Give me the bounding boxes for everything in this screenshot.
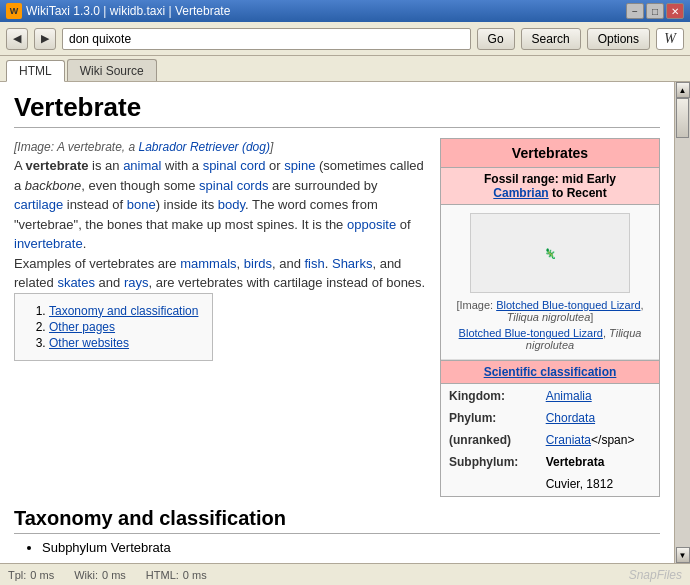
article-layout: [Image: A vertebrate, a Labrador Retriev… [14,138,660,497]
animalia-link[interactable]: Animalia [546,389,592,403]
table-row: Subphylum: Vertebrata [443,452,657,472]
title-bar: W WikiTaxi 1.3.0 | wikidb.taxi | Vertebr… [0,0,690,22]
animal-link[interactable]: animal [123,158,161,173]
tab-html[interactable]: HTML [6,60,65,82]
opposite-link[interactable]: opposite [347,217,396,232]
body-link[interactable]: body [218,197,245,212]
options-button[interactable]: Options [587,28,650,50]
back-button[interactable]: ◀ [6,28,28,50]
birds-link[interactable]: birds [244,256,272,271]
search-button[interactable]: Search [521,28,581,50]
status-bar: Tpl: 0 ms Wiki: 0 ms HTML: 0 ms SnapFile… [0,563,690,585]
infobox-image-placeholder: 🦎 [470,213,630,293]
content-area: Vertebrate [Image: A vertebrate, a Labra… [0,82,690,563]
infobox-image: 🦎 [Image: Blotched Blue-tongued Lizard, … [441,205,659,360]
article-title: Vertebrate [14,92,660,128]
spinal-cord-link[interactable]: spinal cord [203,158,266,173]
tpl-status: Tpl: 0 ms [8,569,54,581]
toolbar: ◀ ▶ Go Search Options W [0,22,690,56]
skates-link[interactable]: skates [57,275,95,290]
html-status: HTML: 0 ms [146,569,207,581]
infobox-table: Kingdom: Animalia Phylum: Chordata (unra… [441,384,659,496]
paragraph-1: A vertebrate is an animal with a spinal … [14,156,426,254]
scrollbar-track[interactable] [675,98,690,547]
toc-link-2[interactable]: Other pages [49,320,115,334]
invertebrate-link[interactable]: invertebrate [14,236,83,251]
close-button[interactable]: ✕ [666,3,684,19]
fish-link[interactable]: fish [305,256,325,271]
maximize-button[interactable]: □ [646,3,664,19]
spine-link[interactable]: spine [284,158,315,173]
infobox-sci-header: Scientific classification [441,360,659,384]
watermark: SnapFiles [227,568,682,582]
window-title: WikiTaxi 1.3.0 | wikidb.taxi | Vertebrat… [26,4,626,18]
section-taxonomy: Taxonomy and classification [14,507,660,534]
craniata-link[interactable]: Craniata [546,433,591,447]
table-row: (unranked) Craniata</span> [443,430,657,450]
scrollbar-up-button[interactable]: ▲ [676,82,690,98]
blotched-lizard-link[interactable]: Blotched Blue-tongued Lizard [496,299,640,311]
scrollbar-down-button[interactable]: ▼ [676,547,690,563]
toc-item-1: Taxonomy and classification [49,304,198,318]
address-input[interactable] [62,28,471,50]
paragraph-2: Examples of vertebrates are mammals, bir… [14,254,426,293]
infobox-fossil: Fossil range: mid Early Cambrian to Rece… [441,168,659,205]
intro-image-note: [Image: A vertebrate, a Labrador Retriev… [14,138,426,156]
table-row: Kingdom: Animalia [443,386,657,406]
blotched-lizard-link-2[interactable]: Blotched Blue-tongued Lizard [459,327,603,339]
toc-link-1[interactable]: Taxonomy and classification [49,304,198,318]
scrollbar: ▲ ▼ [674,82,690,563]
table-of-contents: Taxonomy and classification Other pages … [14,293,213,361]
scrollbar-thumb[interactable] [676,98,689,138]
bone-link[interactable]: bone [127,197,156,212]
spinal-cords-link[interactable]: spinal cords [199,178,268,193]
table-row: Phylum: Chordata [443,408,657,428]
sharks-link[interactable]: Sharks [332,256,372,271]
wiki-button[interactable]: W [656,28,684,50]
cambrian-link[interactable]: Cambrian [493,186,548,200]
forward-button[interactable]: ▶ [34,28,56,50]
toc-item-3: Other websites [49,336,198,350]
taxonomy-list: Subphylum Vertebrata [14,540,660,555]
wiki-status: Wiki: 0 ms [74,569,126,581]
article-scroll[interactable]: Vertebrate [Image: A vertebrate, a Labra… [0,82,674,563]
infobox-image-caption: Blotched Blue-tongued Lizard, Tiliqua ni… [449,327,651,351]
table-row: Cuvier, 1812 [443,474,657,494]
toc-link-3[interactable]: Other websites [49,336,129,350]
chordata-link[interactable]: Chordata [546,411,595,425]
toc-list: Taxonomy and classification Other pages … [29,304,198,350]
tab-bar: HTML Wiki Source [0,56,690,82]
infobox-title: Vertebrates [441,139,659,168]
sci-classification-link[interactable]: Scientific classification [484,365,617,379]
mammals-link[interactable]: mammals [180,256,236,271]
go-button[interactable]: Go [477,28,515,50]
infobox-image-note: [Image: Blotched Blue-tongued Lizard, Ti… [449,299,651,323]
app-icon: W [6,3,22,19]
labrador-link[interactable]: Labrador Retriever (dog) [139,140,270,154]
rays-link[interactable]: rays [124,275,149,290]
minimize-button[interactable]: − [626,3,644,19]
article-text: [Image: A vertebrate, a Labrador Retriev… [14,138,426,497]
window-controls: − □ ✕ [626,3,684,19]
tab-wiki-source[interactable]: Wiki Source [67,59,157,81]
infobox: Vertebrates Fossil range: mid Early Camb… [440,138,660,497]
cartilage-link[interactable]: cartilage [14,197,63,212]
list-item: Subphylum Vertebrata [42,540,660,555]
toc-item-2: Other pages [49,320,198,334]
